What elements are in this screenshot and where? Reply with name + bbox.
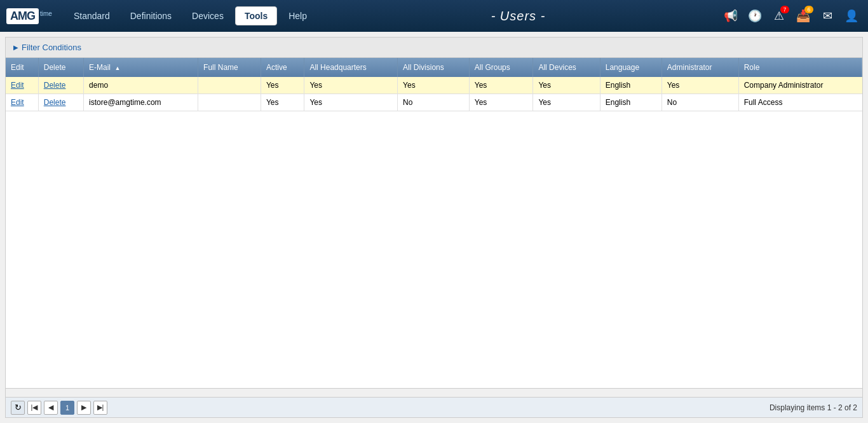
delete-link[interactable]: Delete <box>38 94 83 111</box>
all-devices-cell: Yes <box>533 94 600 111</box>
col-fullname[interactable]: Full Name <box>198 58 261 77</box>
sort-icon: ▲ <box>114 65 120 71</box>
all-groups-cell: Yes <box>469 94 533 111</box>
refresh-button[interactable]: ↻ <box>11 401 25 415</box>
table-scroll[interactable]: Edit Delete E-Mail ▲ Full Name Active Al… <box>6 58 862 388</box>
mail-icon[interactable]: ✉ <box>817 6 837 26</box>
table-wrapper: Edit Delete E-Mail ▲ Full Name Active Al… <box>6 58 862 388</box>
col-administrator[interactable]: Administrator <box>661 58 738 77</box>
header-icons: 📢 🕐 ⚠ 7 📥 6 ✉ 👤 <box>721 6 862 26</box>
col-all-groups[interactable]: All Groups <box>469 58 533 77</box>
all-devices-cell: Yes <box>533 77 600 94</box>
megaphone-icon[interactable]: 📢 <box>721 6 741 26</box>
last-page-button[interactable]: ▶| <box>93 401 107 415</box>
logo-time: time <box>40 10 52 17</box>
horizontal-scrollbar[interactable] <box>6 388 862 397</box>
user-account-icon[interactable]: 👤 <box>841 6 862 26</box>
delete-link[interactable]: Delete <box>38 77 83 94</box>
nav-help[interactable]: Help <box>280 7 316 25</box>
alert-badge: 7 <box>780 6 789 13</box>
all-hq-cell: Yes <box>304 77 398 94</box>
alert-icon[interactable]: ⚠ 7 <box>769 6 789 26</box>
role-cell: Company Administrator <box>738 77 862 94</box>
main-content: ▶ Filter Conditions Edit Delete E-Mail ▲… <box>5 37 863 418</box>
next-page-button[interactable]: ▶ <box>77 401 91 415</box>
language-cell: English <box>600 94 661 111</box>
filter-toggle[interactable]: ▶ Filter Conditions <box>13 43 81 52</box>
delete-link-anchor[interactable]: Delete <box>44 81 66 90</box>
administrator-cell: No <box>661 94 738 111</box>
language-cell: English <box>600 77 661 94</box>
filter-bar: ▶ Filter Conditions <box>6 38 862 58</box>
nav-devices[interactable]: Devices <box>183 7 233 25</box>
filter-arrow-icon: ▶ <box>13 44 18 51</box>
users-table: Edit Delete E-Mail ▲ Full Name Active Al… <box>6 58 862 111</box>
col-active[interactable]: Active <box>261 58 304 77</box>
inbox-badge: 6 <box>804 6 813 13</box>
filter-label: Filter Conditions <box>22 43 81 52</box>
email-cell: istore@amgtime.com <box>84 94 198 111</box>
all-div-cell: No <box>398 94 470 111</box>
nav-definitions[interactable]: Definitions <box>121 7 180 25</box>
inbox-icon[interactable]: 📥 6 <box>793 6 813 26</box>
role-cell: Full Access <box>738 94 862 111</box>
email-cell: demo <box>84 77 198 94</box>
edit-link[interactable]: Edit <box>6 77 38 94</box>
header: AMG time Standard Definitions Devices To… <box>0 0 868 32</box>
col-email[interactable]: E-Mail ▲ <box>84 58 198 77</box>
nav-tools[interactable]: Tools <box>235 6 277 25</box>
delete-link-anchor[interactable]: Delete <box>44 98 66 107</box>
edit-link-anchor[interactable]: Edit <box>11 81 24 90</box>
table-header: Edit Delete E-Mail ▲ Full Name Active Al… <box>6 58 862 77</box>
col-delete[interactable]: Delete <box>38 58 83 77</box>
administrator-cell: Yes <box>661 77 738 94</box>
pagination-count: Displaying items 1 - 2 of 2 <box>110 403 857 412</box>
page-title: - Users - <box>316 9 721 24</box>
active-cell: Yes <box>261 77 304 94</box>
table-row: EditDeletedemoYesYesYesYesYesEnglishYesC… <box>6 77 862 94</box>
edit-link[interactable]: Edit <box>6 94 38 111</box>
table-row: EditDeleteistore@amgtime.comYesYesNoYesY… <box>6 94 862 111</box>
all-groups-cell: Yes <box>469 77 533 94</box>
all-hq-cell: Yes <box>304 94 398 111</box>
prev-page-button[interactable]: ◀ <box>44 401 58 415</box>
active-cell: Yes <box>261 94 304 111</box>
col-all-hq[interactable]: All Headquarters <box>304 58 398 77</box>
col-edit[interactable]: Edit <box>6 58 38 77</box>
col-all-devices[interactable]: All Devices <box>533 58 600 77</box>
pagination-bar: ↻ |◀ ◀ 1 ▶ ▶| Displaying items 1 - 2 of … <box>6 397 862 417</box>
all-div-cell: Yes <box>398 77 470 94</box>
fullname-cell <box>198 94 261 111</box>
nav-standard[interactable]: Standard <box>65 7 119 25</box>
fullname-cell <box>198 77 261 94</box>
table-body: EditDeletedemoYesYesYesYesYesEnglishYesC… <box>6 77 862 111</box>
clock-icon[interactable]: 🕐 <box>745 6 765 26</box>
logo-text: AMG <box>6 8 39 24</box>
page-1-button[interactable]: 1 <box>60 401 74 415</box>
main-nav: Standard Definitions Devices Tools Help <box>65 6 316 25</box>
logo: AMG time <box>6 8 52 24</box>
first-page-button[interactable]: |◀ <box>27 401 41 415</box>
edit-link-anchor[interactable]: Edit <box>11 98 24 107</box>
col-language[interactable]: Language <box>600 58 661 77</box>
col-role[interactable]: Role <box>738 58 862 77</box>
col-all-div[interactable]: All Divisions <box>398 58 470 77</box>
